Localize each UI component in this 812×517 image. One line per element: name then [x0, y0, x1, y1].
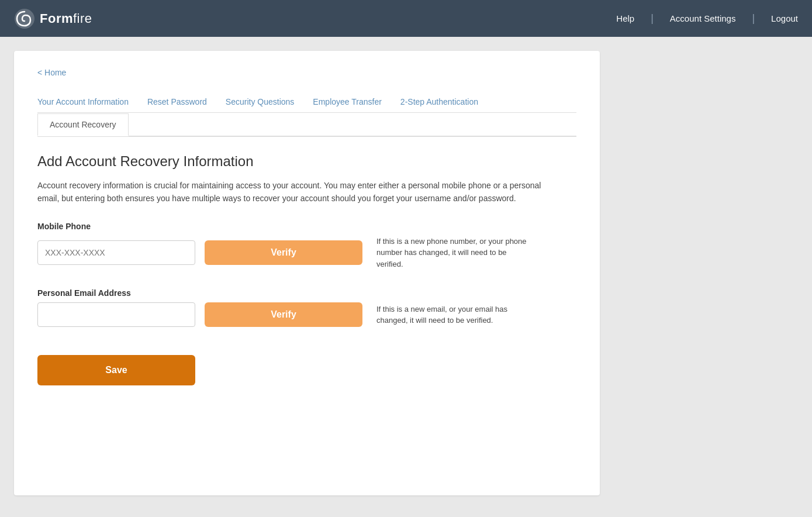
mobile-phone-section: Mobile Phone Verify If this is a new pho…	[37, 222, 576, 270]
navbar-links: Help | Account Settings | Logout	[616, 12, 798, 25]
tab-account-recovery[interactable]: Account Recovery	[37, 113, 129, 136]
logo-icon	[14, 8, 35, 29]
mobile-phone-label: Mobile Phone	[37, 222, 576, 231]
navbar: Formfire Help | Account Settings | Logou…	[0, 0, 812, 37]
tab-employee-transfer[interactable]: Employee Transfer	[303, 91, 391, 112]
email-verify-button[interactable]: Verify	[205, 302, 362, 327]
active-tab-row: Account Recovery	[37, 113, 576, 137]
tab-account-info[interactable]: Your Account Information	[37, 91, 138, 112]
back-link[interactable]: < Home	[37, 68, 66, 77]
email-section: Personal Email Address Verify If this is…	[37, 288, 576, 327]
email-row: Verify If this is a new email, or your e…	[37, 302, 576, 327]
mobile-phone-hint: If this is a new phone number, or your p…	[376, 236, 528, 270]
page-wrapper: < Home Your Account Information Reset Pa…	[0, 37, 614, 509]
logo: Formfire	[14, 8, 92, 29]
section-title: Add Account Recovery Information	[37, 153, 576, 170]
tab-2step-auth[interactable]: 2-Step Authentication	[391, 91, 488, 112]
tabs-row: Your Account Information Reset Password …	[37, 91, 576, 113]
logout-link[interactable]: Logout	[771, 13, 798, 23]
email-label: Personal Email Address	[37, 288, 576, 298]
section-description: Account recovery information is crucial …	[37, 179, 564, 205]
save-button[interactable]: Save	[37, 355, 195, 385]
content-card: < Home Your Account Information Reset Pa…	[14, 51, 600, 495]
mobile-phone-row: Verify If this is a new phone number, or…	[37, 236, 576, 270]
mobile-phone-verify-button[interactable]: Verify	[205, 240, 362, 265]
tab-reset-password[interactable]: Reset Password	[138, 91, 216, 112]
email-hint: If this is a new email, or your email ha…	[376, 304, 528, 326]
email-input[interactable]	[37, 302, 195, 327]
logo-text: Formfire	[40, 11, 92, 26]
help-link[interactable]: Help	[616, 13, 634, 23]
mobile-phone-input[interactable]	[37, 240, 195, 265]
nav-divider-2: |	[752, 12, 755, 25]
nav-divider-1: |	[651, 12, 654, 25]
tab-security-questions[interactable]: Security Questions	[216, 91, 304, 112]
account-settings-link[interactable]: Account Settings	[670, 13, 736, 23]
